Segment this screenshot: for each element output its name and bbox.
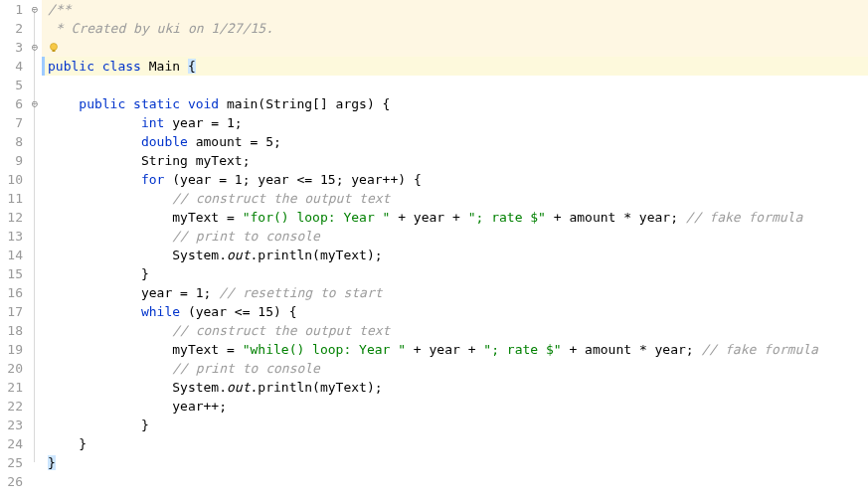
code-line[interactable]: public class Main { [42, 57, 868, 76]
line-number: 5 [0, 76, 28, 94]
code-line[interactable]: public static void main(String[] args) { [42, 94, 868, 113]
code-token: } [48, 436, 87, 451]
code-line[interactable] [42, 38, 868, 57]
code-token: ; [204, 285, 220, 300]
line-number: 15 [0, 264, 28, 283]
fold-cell [28, 246, 42, 264]
fold-cell [28, 170, 42, 189]
code-token: .println(myText); [251, 380, 383, 395]
code-token [48, 361, 172, 376]
fold-cell [28, 151, 42, 170]
code-token: double [141, 134, 196, 149]
code-token: Main [149, 59, 188, 74]
code-line[interactable]: // print to console [42, 359, 868, 378]
code-line[interactable]: // print to console [42, 227, 868, 246]
code-token: int [141, 115, 172, 130]
line-number: 26 [0, 472, 28, 491]
line-number: 3 [0, 38, 28, 57]
code-token: amount = [196, 134, 265, 149]
code-token: /** [48, 2, 71, 17]
code-line[interactable]: String myText; [42, 151, 868, 170]
code-token: 1 [196, 285, 204, 300]
code-line[interactable]: double amount = 5; [42, 132, 868, 151]
code-token: (year = [172, 172, 235, 187]
line-number: 25 [0, 453, 28, 472]
code-line[interactable]: * Created by uki on 1/27/15. [42, 19, 868, 38]
fold-cell [28, 434, 42, 453]
gutter: 1234567891011121314151617181920212223242… [0, 0, 42, 501]
fold-cell [28, 340, 42, 359]
code-line[interactable]: // construct the output text [42, 321, 868, 340]
code-line[interactable]: myText = "for() loop: Year " + year + ";… [42, 208, 868, 227]
fold-toggle-icon[interactable]: ⊖ [28, 0, 42, 19]
code-token [48, 115, 141, 130]
line-number: 17 [0, 302, 28, 321]
fold-cell [28, 359, 42, 378]
fold-toggle-icon[interactable]: ⊖ [28, 38, 42, 57]
code-line[interactable]: } [42, 416, 868, 434]
code-token: (year <= [188, 304, 258, 319]
code-token: 5 [265, 134, 273, 149]
fold-cell [28, 57, 42, 76]
fold-cell [28, 453, 42, 472]
lightbulb-icon[interactable] [48, 40, 60, 55]
code-token [48, 229, 172, 244]
code-token: ; [273, 134, 281, 149]
line-number: 16 [0, 283, 28, 302]
code-line[interactable]: } [42, 453, 868, 472]
code-token: // construct the output text [172, 191, 390, 206]
code-token: // print to console [172, 229, 320, 244]
code-line[interactable]: /** [42, 0, 868, 19]
line-number: 9 [0, 151, 28, 170]
code-line[interactable]: } [42, 434, 868, 453]
line-number: 18 [0, 321, 28, 340]
fold-column[interactable]: ⊖⊖⊖ [28, 0, 42, 501]
code-token: public class [48, 59, 149, 74]
caret-indicator [42, 57, 45, 76]
code-token: main(String[] args) { [227, 96, 390, 111]
code-token: while [141, 304, 188, 319]
code-line[interactable] [42, 472, 868, 491]
code-line[interactable]: year++; [42, 397, 868, 416]
fold-cell [28, 397, 42, 416]
fold-toggle-icon[interactable]: ⊖ [28, 94, 42, 113]
line-number: 1 [0, 0, 28, 19]
code-line[interactable]: } [42, 264, 868, 283]
code-line[interactable]: year = 1; // resetting to start [42, 283, 868, 302]
code-line[interactable]: while (year <= 15) { [42, 302, 868, 321]
code-token [48, 172, 141, 187]
code-line[interactable]: System.out.println(myText); [42, 378, 868, 397]
code-token: 1 [235, 172, 243, 187]
code-token: System. [48, 380, 227, 395]
code-line[interactable]: System.out.println(myText); [42, 246, 868, 264]
code-line[interactable]: // construct the output text [42, 189, 868, 208]
fold-cell [28, 283, 42, 302]
code-token: // fake formula [702, 342, 818, 357]
code-token: + amount * year; [562, 342, 702, 357]
code-token: year = [48, 285, 196, 300]
code-line[interactable]: myText = "while() loop: Year " + year + … [42, 340, 868, 359]
code-token: ; year++) { [336, 172, 422, 187]
line-number: 10 [0, 170, 28, 189]
code-line[interactable]: int year = 1; [42, 113, 868, 132]
fold-cell [28, 19, 42, 38]
code-token: 15 [320, 172, 336, 187]
code-token [60, 40, 68, 55]
code-token: out [227, 380, 250, 395]
svg-rect-1 [53, 50, 56, 52]
code-token: + amount * year; [546, 210, 686, 225]
code-token: out [227, 248, 250, 262]
code-line[interactable]: for (year = 1; year <= 15; year++) { [42, 170, 868, 189]
code-line[interactable] [42, 76, 868, 94]
code-token: 15 [258, 304, 273, 319]
code-editor[interactable]: /** * Created by uki on 1/27/15. public … [42, 0, 868, 501]
fold-cell [28, 302, 42, 321]
code-token: myText = [48, 210, 243, 225]
fold-cell [28, 208, 42, 227]
line-number: 2 [0, 19, 28, 38]
code-token [48, 191, 172, 206]
line-number: 4 [0, 57, 28, 76]
code-token: "while() loop: Year " [243, 342, 406, 357]
line-number: 6 [0, 94, 28, 113]
code-token: myText = [48, 342, 243, 357]
